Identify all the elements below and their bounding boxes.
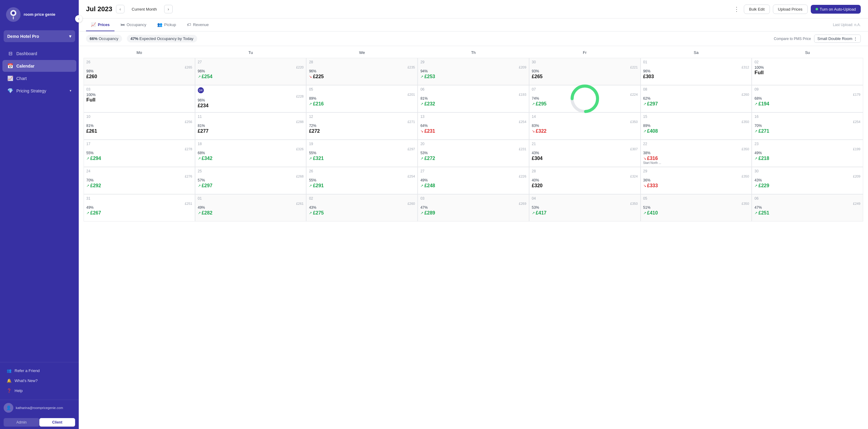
table-row[interactable]: 31£25149%↗£267 [84,194,195,221]
table-row[interactable]: 03£26947%↗£289 [417,194,529,221]
table-row[interactable]: 04£35053%↗£417 [529,194,641,221]
cell-occupancy: 49% [421,178,526,182]
table-row[interactable]: 18£32668%↗£342 [195,140,307,167]
table-row[interactable]: 21£30743%£304 [529,140,641,167]
table-row[interactable]: 26£26598%£260 [84,58,195,85]
room-selector-dropdown[interactable]: Small Double Room ⋮ [814,34,861,43]
table-row[interactable]: 13£25464%↘£231 [417,113,529,140]
table-row[interactable]: 05£20189%↗£216 [306,85,417,113]
cell-pms-price: £201 [309,93,415,96]
tab-prices[interactable]: 📈 Prices [86,19,115,31]
cell-day-number: 05 [643,196,749,201]
cell-price-full: Full [86,97,192,103]
table-row[interactable]: 12£27172%£272 [306,113,417,140]
table-row[interactable]: 23£19949%↗£218 [752,140,863,167]
table-row[interactable]: 14£35083%↘£322 [529,113,641,140]
auto-upload-button[interactable]: Turn on Auto-Upload [811,5,861,13]
table-row[interactable]: 25£26857%↗£297 [195,167,307,194]
table-row[interactable]: 22£35038%↘£316Start North ... [641,140,752,167]
table-row[interactable]: 06£24947%↗£251 [752,194,863,221]
hotel-selector[interactable]: Demo Hotel Pro ▾ [4,30,75,42]
table-row[interactable]: 04£22896%£234 [195,85,307,113]
cell-pms-price: £350 [532,120,638,124]
next-month-button[interactable]: › [164,5,173,13]
occupancy-label: Occupancy [99,36,118,41]
cell-occupancy: 100% [86,93,192,97]
table-row[interactable]: 15£35089%↗£408 [641,113,752,140]
table-row[interactable]: 03100%Full [84,85,195,113]
cell-price-row: ↗£408 [643,128,749,134]
cell-occupancy: 47% [754,206,861,210]
whats-new-item[interactable]: 🔔 What's New? [4,376,75,386]
table-row[interactable]: 28£32440%£320 [529,167,641,194]
tab-revenue[interactable]: 🏷 Revenue [182,19,214,31]
sidebar-item-pricing-strategy[interactable]: 💎 Pricing Strategy ▾ [2,85,76,97]
sidebar-item-calendar[interactable]: 📅 Calendar [2,60,76,72]
table-row[interactable]: 27£22649%↗£248 [417,167,529,194]
admin-tab-button[interactable]: Admin [4,418,39,427]
table-row[interactable]: 01£31296%£303 [641,58,752,85]
cell-price-row: £265 [532,74,638,80]
tab-pickup[interactable]: 👥 Pickup [152,19,181,31]
sidebar: room price genie ‹ Demo Hotel Pro ▾ ⊟ Da… [0,0,79,429]
table-row[interactable]: 20£23153%↗£272 [417,140,529,167]
table-row[interactable]: 01£26149%↗£282 [195,194,307,221]
sidebar-bottom: 👥 Refer a Friend 🔔 What's New? ❓ Help [0,362,79,400]
refer-friend-item[interactable]: 👥 Refer a Friend [4,366,75,375]
bulk-edit-button[interactable]: Bulk Edit [744,4,770,14]
more-options-icon[interactable]: ⋮ [732,4,741,14]
table-row[interactable]: 30£20943%↗£229 [752,167,863,194]
table-row[interactable]: 28£23596%↘£225 [306,58,417,85]
help-icon: ❓ [7,389,11,393]
table-row[interactable]: 09£17968%↗£194 [752,85,863,113]
cell-price-value: £234 [198,103,209,109]
table-row[interactable]: 08£26062%↗£297 [641,85,752,113]
cell-price-row: ↗£275 [309,210,415,216]
prev-month-button[interactable]: ‹ [116,5,124,13]
table-row[interactable]: 10£25681%£261 [84,113,195,140]
price-up-arrow-icon: ↗ [643,102,646,106]
occupancy-tab-label: Occupancy [127,23,146,27]
table-row[interactable]: 02£26043%↗£275 [306,194,417,221]
client-tab-button[interactable]: Client [39,418,75,427]
cell-price-value: £291 [313,183,324,188]
cell-price-row: £272 [309,128,415,134]
cell-price-row: £261 [86,128,192,134]
sidebar-item-chart[interactable]: 📈 Chart [2,72,76,84]
table-row[interactable]: 11£28881%£277 [195,113,307,140]
sidebar-item-dashboard[interactable]: ⊟ Dashboard [2,48,76,59]
table-row[interactable]: 06£19381%↗£232 [417,85,529,113]
cell-price-row: £234 [198,103,304,109]
main-header: Jul 2023 ‹ Current Month › ⋮ Bulk Edit U… [79,0,868,19]
cell-pms-price: £221 [532,65,638,69]
cell-price-value: £322 [536,128,547,134]
cell-price-value: £316 [647,156,658,161]
tab-occupancy[interactable]: 🛏 Occupancy [116,19,151,31]
cell-day-number: 04 [532,196,638,201]
table-row[interactable]: 27£22096%↗£254 [195,58,307,85]
cell-price-value: £282 [202,210,213,216]
table-row[interactable]: 16£25470%↗£271 [752,113,863,140]
current-month-button[interactable]: Current Month [128,5,160,13]
cell-price-value: £292 [90,183,101,188]
table-row[interactable]: 19£29755%↗£321 [306,140,417,167]
table-row[interactable]: 30£22193%£265 [529,58,641,85]
help-item[interactable]: ❓ Help [4,386,75,395]
cell-price-row: ↘£333 [643,183,749,188]
expected-occupancy-label: Expected Occupancy by Today [139,36,193,41]
sidebar-collapse-button[interactable]: ‹ [75,15,82,23]
price-up-arrow-icon: ↗ [309,156,312,160]
upload-prices-button[interactable]: Upload Prices [773,4,808,14]
table-row[interactable]: 26£25455%↗£291 [306,167,417,194]
table-row[interactable]: 24£27670%↗£292 [84,167,195,194]
cell-day-number: 16 [754,115,861,119]
cell-pms-price: £307 [532,147,638,151]
table-row[interactable]: 17£27855%↗£294 [84,140,195,167]
cell-price-value: £231 [424,128,435,134]
table-row[interactable]: 29£35036%↘£333 [641,167,752,194]
cell-pms-price: £288 [198,120,304,124]
table-row[interactable]: 07£22474%↗£295 [529,85,641,113]
table-row[interactable]: 02100%Full [752,58,863,85]
table-row[interactable]: 05£35051%↗£410 [641,194,752,221]
table-row[interactable]: 29£20994%↗£253 [417,58,529,85]
